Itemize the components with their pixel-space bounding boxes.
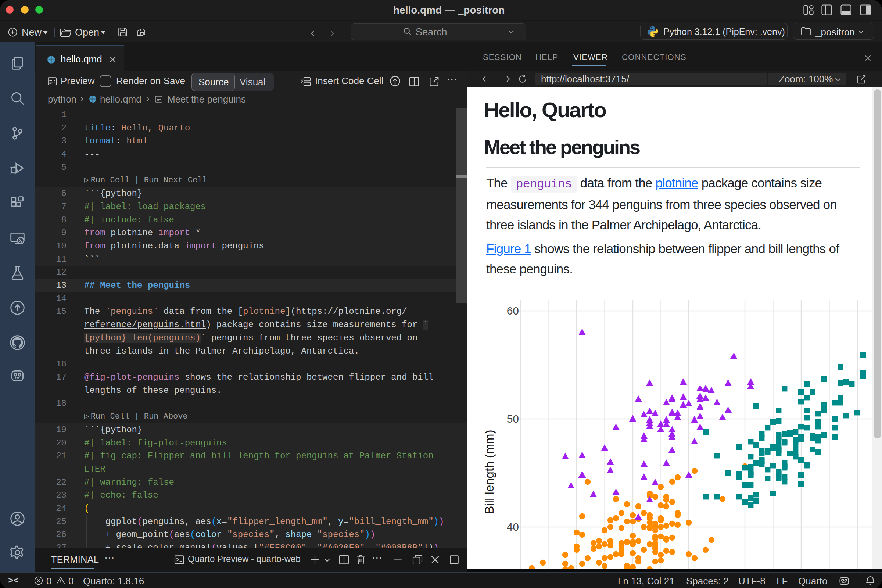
svg-text:Bill length (mm): Bill length (mm) bbox=[483, 430, 496, 514]
svg-text:50: 50 bbox=[507, 413, 519, 425]
svg-text:60: 60 bbox=[507, 304, 519, 317]
svg-text:40: 40 bbox=[507, 521, 519, 533]
